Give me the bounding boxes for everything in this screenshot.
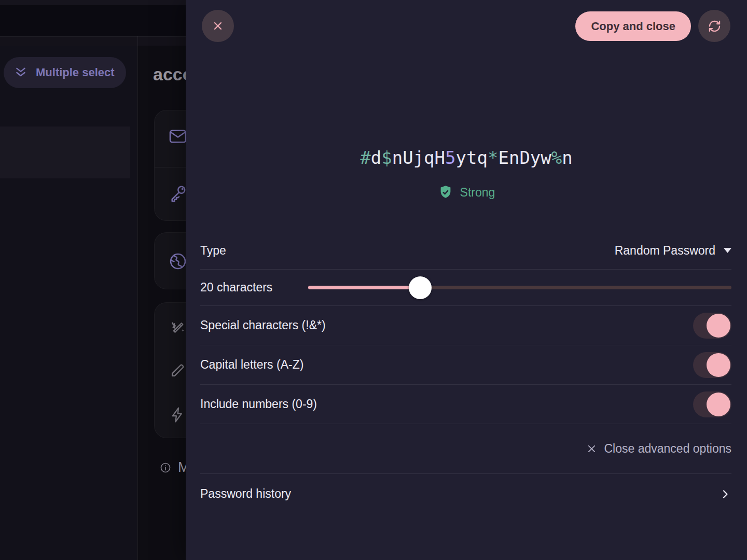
copy-and-close-button[interactable]: Copy and close bbox=[575, 11, 691, 41]
strength-indicator: Strong bbox=[186, 185, 747, 200]
include-numbers-toggle[interactable] bbox=[693, 391, 731, 417]
slider-fill bbox=[308, 286, 420, 289]
type-dropdown[interactable]: Random Password bbox=[615, 244, 731, 258]
capital-letters-row: Capital letters (A-Z) bbox=[200, 345, 731, 385]
multiple-select-label: Multiple select bbox=[36, 66, 115, 79]
refresh-icon bbox=[708, 19, 722, 33]
close-icon bbox=[212, 20, 224, 32]
chevron-right-icon bbox=[719, 488, 731, 500]
special-characters-toggle[interactable] bbox=[693, 313, 731, 339]
magic-wand-icon bbox=[169, 318, 187, 337]
generator-options: Type Random Password 20 characters Speci… bbox=[200, 232, 731, 514]
caret-down-icon bbox=[724, 248, 731, 253]
close-advanced-options-button[interactable]: Close advanced options bbox=[586, 442, 732, 456]
x-icon bbox=[586, 443, 597, 454]
special-characters-row: Special characters (!&*) bbox=[200, 306, 731, 345]
pencil-icon bbox=[169, 362, 187, 381]
length-label: 20 characters bbox=[200, 281, 308, 295]
password-history-row[interactable]: Password history bbox=[200, 474, 731, 514]
globe-icon bbox=[169, 252, 187, 271]
envelope-icon bbox=[169, 127, 187, 146]
advanced-options-row: Close advanced options bbox=[200, 424, 731, 474]
multiple-select-button[interactable]: Multiple select bbox=[4, 57, 126, 88]
double-chevron-down-icon bbox=[14, 66, 27, 79]
password-display[interactable]: #d$nUjqH5ytq*EnDyw%n bbox=[186, 147, 747, 168]
capital-letters-label: Capital letters (A-Z) bbox=[200, 358, 303, 372]
password-generator-panel: Copy and close #d$nUjqH5ytq*EnDyw%n Stro… bbox=[186, 0, 747, 560]
sidebar-selected-item[interactable] bbox=[0, 127, 130, 178]
key-icon bbox=[169, 184, 187, 203]
sidebar-divider bbox=[137, 36, 138, 560]
lightning-bolt-icon bbox=[169, 406, 187, 425]
include-numbers-label: Include numbers (0-9) bbox=[200, 397, 317, 411]
length-slider[interactable] bbox=[308, 276, 731, 299]
info-icon bbox=[160, 462, 171, 473]
item-meta-row: M bbox=[160, 459, 190, 475]
type-label: Type bbox=[200, 244, 226, 258]
close-advanced-options-label: Close advanced options bbox=[604, 442, 732, 456]
shield-check-icon bbox=[438, 185, 453, 200]
slider-thumb[interactable] bbox=[409, 276, 432, 299]
regenerate-button[interactable] bbox=[698, 10, 730, 42]
type-row: Type Random Password bbox=[200, 232, 731, 270]
include-numbers-row: Include numbers (0-9) bbox=[200, 385, 731, 424]
type-dropdown-value: Random Password bbox=[615, 244, 715, 258]
sidebar bbox=[0, 46, 137, 560]
special-characters-label: Special characters (!&*) bbox=[200, 318, 326, 332]
length-row: 20 characters bbox=[200, 270, 731, 306]
password-history-label: Password history bbox=[200, 487, 291, 501]
capital-letters-toggle[interactable] bbox=[693, 352, 731, 378]
close-button[interactable] bbox=[202, 10, 234, 42]
strength-label: Strong bbox=[460, 186, 495, 200]
item-title-partial: acco bbox=[153, 64, 186, 88]
